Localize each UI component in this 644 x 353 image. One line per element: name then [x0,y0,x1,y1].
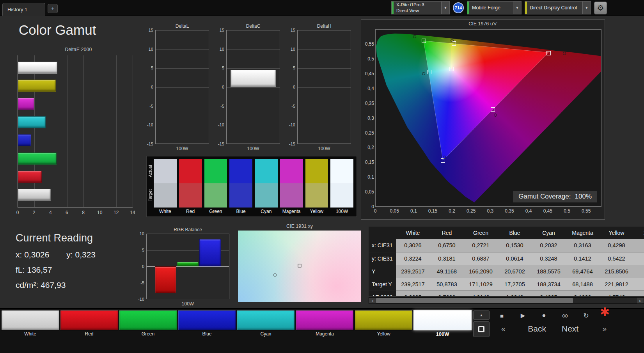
results-col-header: Cyan [532,227,566,239]
results-cell: 0,4298 [600,239,633,252]
rgb-balance-y-axis: 1050-5-10 [135,234,146,299]
add-tab-button[interactable]: + [48,4,58,13]
delta-deltah-plot [297,30,351,144]
patch-button-red[interactable]: Red [60,310,118,337]
patch-button-100w[interactable]: 100W [413,310,472,337]
scrollbar-thumb[interactable] [376,298,573,303]
rgb-balance-title: RGB Balance [135,227,229,234]
results-row: Target Y239,251750,8783171,102917,270518… [369,278,644,291]
chevron-down-icon[interactable]: ▼ [441,2,449,14]
rgb-balance-tick-label: 0 [142,264,144,269]
patch-swatch [178,310,236,330]
cie76-y-tick-label: 0,2 [367,145,374,150]
patch-swatch [413,310,472,330]
record-button[interactable]: ● [536,310,552,321]
cie76-square-marker [491,107,495,112]
reading-cdm2: cd/m²: 467,93 [16,280,110,290]
patch-button-cyan[interactable]: Cyan [237,310,295,337]
patch-button-yellow[interactable]: Yellow [355,310,413,337]
delta-deltac-gridline [227,125,280,125]
cie76-square-marker [441,158,445,163]
scroll-right-arrow-icon[interactable]: ▸ [637,298,644,303]
actual-swatch-yellow [305,159,328,183]
delta-e-tick-label: 4 [49,210,52,215]
results-table-body: x: CIE310,30260,67500,27210,15300,20320,… [369,239,644,296]
pattern-source-dropdown[interactable]: Mobile Forge ▼ [467,1,522,14]
settings-gear-button[interactable]: ⚙ [594,2,607,14]
cie76-x-tick-label: 0 [374,208,377,214]
patch-button-magenta[interactable]: Magenta [296,310,354,337]
delta-e-tick-label: 0 [16,210,19,215]
delta-deltac-y-axis: 151050-5-10-15 [215,30,226,144]
cie76-square-marker [427,70,431,74]
patch-label: Blue [178,330,236,337]
stop-icon: ■ [500,312,504,319]
delta-deltac-gridline [227,49,280,50]
meter-dropdown-text: X-Rite i1Pro 3 Direct View [394,2,441,14]
results-cell: 0, [633,252,644,265]
scrollbar-track[interactable] [376,298,637,303]
next-button[interactable]: Next » [562,323,607,335]
results-row: x: CIE310,30260,67500,27210,15300,20320,… [369,239,644,252]
patch-button-blue[interactable]: Blue [178,310,236,337]
delta-deltac-tick-label: 5 [222,66,224,70]
chevron-down-icon[interactable]: ▼ [513,2,521,14]
delta-deltac-tick-label: -15 [218,142,224,146]
chevron-right-icon: » [602,325,607,333]
results-table: WhiteRedGreenBlueCyanMagentaYellow100W x… [369,227,644,296]
patch-swatch [60,310,118,330]
results-cell: 0,6750 [430,239,464,252]
delta-deltah-gridline [298,49,351,50]
results-col-header: Yellow [600,227,633,239]
swatch-column-yellow: Yellow [305,159,328,215]
cie76-square-marker [546,51,551,55]
delta-e-bar-cyan [18,116,46,128]
delta-e-plot [18,55,133,208]
stop-button[interactable]: ■ [494,310,510,321]
patch-button-green[interactable]: Green [119,310,177,337]
cie76-y-tick-label: 0,45 [365,71,374,76]
chevron-down-icon[interactable]: ▼ [582,2,591,14]
patch-button-white[interactable]: White [1,310,59,337]
results-cell: 69,4764 [566,265,600,278]
delta-deltac-gridline [227,68,280,69]
meter-dropdown[interactable]: X-Rite i1Pro 3 Direct View ▼ [391,1,450,14]
delta-deltah-gridline [298,125,351,125]
tab-history-1[interactable]: History 1 [2,3,45,16]
rgb-balance-bar-green [177,262,199,266]
delta-e-tick-label: 12 [114,210,119,215]
delta-deltac-tick-label: -5 [220,104,224,108]
results-cell: 166,2090 [464,265,498,278]
results-cell: 3,1338 [566,291,600,296]
pattern-window-button[interactable] [473,321,490,337]
results-row-label: x: CIE31 [369,239,396,252]
rgb-balance-tick-label: 5 [142,248,144,252]
delta-deltah-tick-label: 15 [291,28,295,32]
swatch-column-blue: Blue [229,159,252,215]
patch-count-badge[interactable]: 714 [453,2,464,13]
rgb-balance-bar-red [155,266,176,293]
delta-deltah-body: 151050-5-10-15 [286,30,351,144]
rgb-balance-x-label: 100W [135,301,229,307]
expand-button[interactable]: ▲ [473,310,490,320]
results-cell: 4,7543 [600,291,633,296]
back-button[interactable]: « Back [501,323,546,335]
results-cell: 0,3026 [396,239,430,252]
rgb-balance-tick-label: 10 [140,231,144,236]
table-scrollbar[interactable]: ◂ ▸ [369,297,644,304]
results-cell: 0,2032 [532,239,566,252]
play-button[interactable]: ▶ [515,310,531,321]
play-icon: ▶ [521,312,525,319]
refresh-button[interactable]: ↻ [578,310,594,321]
delta-e-bar-yellow [18,80,56,92]
delta-chart-deltal: DeltaL151050-5-10-15100W [144,23,209,151]
delta-e-bar-red [18,171,42,183]
delta-deltal-plot [155,30,209,144]
scroll-left-arrow-icon[interactable]: ◂ [369,298,376,303]
display-control-dropdown[interactable]: Direct Display Control ▼ [525,1,591,14]
delta-deltal-tick-label: 10 [149,47,153,51]
loop-button[interactable]: ∞ [557,310,573,321]
results-cell: 46 [633,278,644,291]
delta-deltah-title: DeltaH [286,23,351,30]
delta-e-chart-title: DeltaE 2000 [18,47,139,52]
